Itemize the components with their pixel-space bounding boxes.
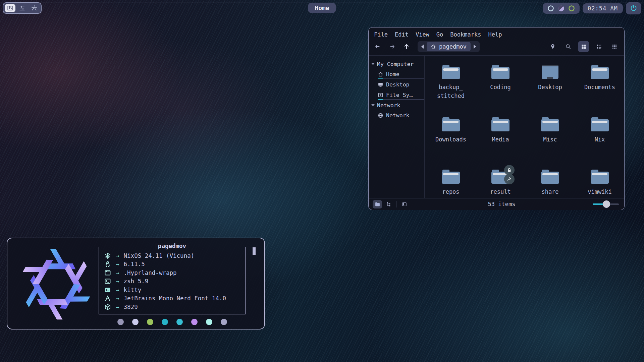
status-indicators[interactable] (543, 3, 580, 14)
chevron-right-icon[interactable] (474, 45, 476, 49)
sidebar-section-my-computer[interactable]: My Computer (371, 59, 424, 69)
toolbar: pagedmov (369, 40, 624, 55)
palette-swatch (132, 319, 139, 325)
globe-icon (378, 113, 383, 118)
list-view-button[interactable] (593, 41, 605, 52)
fetch-row-os: → NixOS 24.11 (Vicuna) (104, 251, 240, 260)
workspace-hanzi-4-icon (7, 5, 13, 11)
folder-desktop[interactable]: Desktop (525, 63, 575, 92)
power-button[interactable] (626, 2, 641, 14)
clock[interactable]: 02:54 AM (583, 3, 623, 13)
folder-misc[interactable]: Misc (525, 115, 575, 144)
sidebar: My Computer Home Desktop (369, 56, 425, 198)
palette-swatch (117, 319, 124, 325)
symlink-emblem-icon (504, 174, 515, 184)
arrow-glyph: → (116, 269, 119, 276)
sidebar-item-label: Home (386, 71, 399, 77)
slider-handle[interactable] (603, 200, 610, 208)
back-icon[interactable] (374, 43, 381, 50)
folder-media[interactable]: Media (476, 115, 525, 144)
sidebar-item-label: Network (386, 112, 410, 119)
folder-icon (539, 115, 561, 133)
palette-swatch (147, 319, 153, 325)
sidebar-item-filesystem[interactable]: File Sy… (371, 90, 424, 100)
shell-icon (104, 278, 111, 285)
divider (396, 201, 396, 207)
sidebar-item-desktop[interactable]: Desktop (371, 79, 424, 90)
filesystem-icon (378, 92, 383, 98)
menu-edit[interactable]: Edit (395, 31, 409, 38)
chevron-left-icon[interactable] (421, 45, 424, 49)
list-view-icon (596, 43, 602, 50)
arrow-glyph: → (116, 261, 119, 267)
tree-icon (386, 201, 391, 207)
folder-icon (589, 168, 611, 186)
palette-swatch (206, 319, 212, 325)
folder-share[interactable]: share (525, 168, 575, 196)
file-manager-window: File Edit View Go Bookmarks Help paged (368, 27, 625, 210)
menu-go[interactable]: Go (436, 31, 443, 38)
workspace-switcher (3, 2, 42, 14)
grid-view-icon (581, 44, 587, 50)
ring-blue-icon (547, 5, 554, 12)
menu-bookmarks[interactable]: Bookmarks (450, 31, 481, 38)
tree-view-button[interactable] (384, 200, 393, 208)
fetch-row-terminal: → kitty (104, 286, 240, 294)
side-pane-toggle-button[interactable] (399, 200, 409, 208)
workspace-5[interactable] (17, 4, 28, 12)
folder-nix[interactable]: Nix (575, 115, 625, 144)
folder-repos[interactable]: repos (426, 168, 476, 196)
item-count: 53 items (411, 201, 593, 207)
sidebar-item-home[interactable]: Home (371, 69, 424, 79)
terminal-window[interactable]: pagedmov → NixOS 24.11 (Vicuna) → 6.11.5 (7, 238, 265, 329)
workspace-6[interactable] (29, 4, 40, 12)
packages-value: 3829 (124, 304, 138, 310)
fetch-box: pagedmov → NixOS 24.11 (Vicuna) → 6.11.5 (99, 247, 246, 314)
workspace-4[interactable] (5, 4, 15, 12)
sidebar-section-network[interactable]: Network (371, 100, 424, 110)
zoom-slider[interactable] (593, 200, 619, 208)
tux-icon (104, 261, 111, 267)
workspace-hanzi-6-icon (31, 5, 38, 11)
search-button[interactable] (562, 41, 574, 52)
icon-view-button[interactable] (578, 41, 589, 52)
forward-icon[interactable] (388, 43, 396, 50)
folder-backup_stitched[interactable]: backup_stitched (426, 63, 476, 100)
show-files-button[interactable] (373, 200, 382, 208)
location-pin-icon (549, 43, 556, 50)
folder-downloads[interactable]: Downloads (426, 115, 476, 144)
power-icon (630, 4, 637, 11)
location-button[interactable] (547, 41, 558, 52)
compact-view-button[interactable] (609, 41, 620, 52)
kernel-value: 6.11.5 (124, 261, 145, 267)
arrow-glyph: → (116, 295, 119, 302)
folder-icon (440, 63, 462, 81)
desktop-icon (378, 82, 383, 87)
active-window-title: Home (308, 3, 336, 13)
folder-documents[interactable]: Documents (575, 63, 625, 92)
menu-file[interactable]: File (374, 31, 388, 38)
fetch-title: pagedmov (155, 243, 190, 249)
fetch-output: pagedmov → NixOS 24.11 (Vicuna) → 6.11.5 (99, 244, 257, 325)
breadcrumb-current[interactable]: pagedmov (427, 42, 471, 51)
workspace-hanzi-5-icon (19, 5, 25, 11)
folder-coding[interactable]: Coding (476, 63, 525, 92)
sidebar-item-network[interactable]: Network (371, 110, 424, 121)
folder-icon (440, 168, 462, 186)
package-icon (104, 304, 111, 310)
compact-grid-icon (611, 44, 618, 50)
sidebar-item-label: Desktop (386, 81, 410, 88)
home-icon (431, 44, 436, 49)
folder-vimwiki[interactable]: vimwiki (575, 168, 625, 196)
palette-swatch (221, 319, 227, 325)
folder-result[interactable]: result (476, 168, 525, 196)
terminal-icon (104, 287, 111, 293)
file-grid: backup_stitched Coding Desktop Documents… (425, 56, 624, 198)
menu-view[interactable]: View (416, 31, 429, 38)
fetch-row-shell: → zsh 5.9 (104, 277, 240, 286)
menubar: File Edit View Go Bookmarks Help (369, 27, 624, 40)
up-icon[interactable] (403, 43, 410, 50)
sidebar-item-label: File Sy… (386, 92, 413, 98)
menu-help[interactable]: Help (488, 31, 502, 38)
ring-green-icon (568, 5, 575, 12)
